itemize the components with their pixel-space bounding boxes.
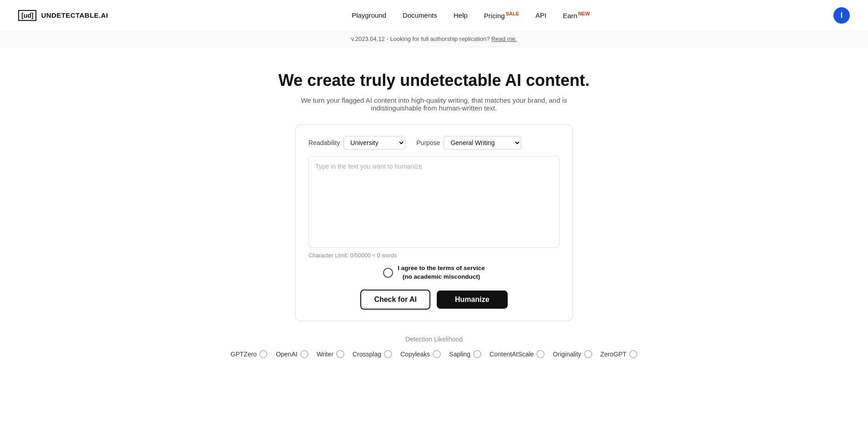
hero-section: We create truly undetectable AI content.… — [0, 47, 868, 125]
terms-text: I agree to the terms of service(no acade… — [398, 264, 484, 281]
new-badge: NEW — [578, 11, 590, 16]
detection-circle — [300, 350, 308, 358]
nav-pricing[interactable]: PricingSALE — [484, 11, 519, 20]
detection-item: Crossplag — [353, 350, 392, 358]
hero-headline: We create truly undetectable AI content. — [9, 71, 859, 90]
nav-earn[interactable]: EarnNEW — [563, 11, 590, 20]
detection-circle — [384, 350, 392, 358]
detection-item: ZeroGPT — [601, 350, 638, 358]
detection-item: OpenAI — [276, 350, 308, 358]
read-me-link[interactable]: Read me. — [491, 35, 517, 42]
detection-label: Writer — [317, 351, 333, 358]
detection-circle — [336, 350, 344, 358]
detection-label: OpenAI — [276, 351, 297, 358]
detection-item: ContentAtScale — [490, 350, 545, 358]
action-row: Check for AI Humanize — [308, 290, 560, 310]
detection-item: Copyleaks — [400, 350, 441, 358]
detection-label: Copyleaks — [400, 351, 430, 358]
nav-help[interactable]: Help — [454, 11, 468, 19]
user-avatar[interactable]: I — [833, 7, 850, 24]
detection-label: Originality — [553, 351, 581, 358]
detection-item: GPTZero — [231, 350, 268, 358]
main-card: Readability High School University Docto… — [295, 125, 573, 321]
detection-circle — [536, 350, 545, 358]
detection-label: GPTZero — [231, 351, 257, 358]
purpose-field: Purpose General Writing Essay Article Ma… — [416, 136, 521, 150]
check-for-ai-button[interactable]: Check for AI — [360, 290, 430, 310]
sale-badge: SALE — [506, 11, 519, 16]
detection-list: GPTZero OpenAI Writer Crossplag Copyleak… — [0, 350, 868, 358]
detection-label: Sapling — [449, 351, 470, 358]
readability-select[interactable]: High School University Doctorate Journal… — [343, 136, 405, 150]
purpose-select[interactable]: General Writing Essay Article Marketing … — [444, 136, 521, 150]
hero-subtext: We turn your flagged AI content into hig… — [279, 96, 589, 112]
logo[interactable]: [ud] UNDETECTABLE.AI — [18, 10, 108, 21]
detection-section: Detection Likelihood GPTZero OpenAI Writ… — [0, 336, 868, 376]
readability-field: Readability High School University Docto… — [308, 136, 405, 150]
detection-circle — [473, 350, 481, 358]
logo-bracket: [ud] — [18, 10, 36, 21]
detection-circle — [629, 350, 637, 358]
version-banner: v.2023.04.12 - Looking for full authorsh… — [0, 31, 868, 47]
main-nav: Playground Documents Help PricingSALE AP… — [352, 11, 590, 20]
detection-circle — [259, 350, 267, 358]
nav-api[interactable]: API — [535, 11, 546, 19]
detection-label: Crossplag — [353, 351, 381, 358]
humanize-textarea[interactable] — [309, 156, 559, 246]
detection-label: ContentAtScale — [490, 351, 534, 358]
char-limit-display: Character Limit: 0/50000 ≈ 0 words — [308, 252, 560, 259]
purpose-label: Purpose — [416, 139, 440, 146]
terms-row: I agree to the terms of service(no acade… — [308, 264, 560, 281]
logo-text: UNDETECTABLE.AI — [41, 11, 108, 19]
nav-playground[interactable]: Playground — [352, 11, 386, 19]
detection-item: Originality — [553, 350, 592, 358]
detection-circle — [584, 350, 592, 358]
nav-documents[interactable]: Documents — [403, 11, 437, 19]
card-options-row: Readability High School University Docto… — [308, 136, 560, 150]
detection-circle — [433, 350, 441, 358]
textarea-wrapper — [308, 156, 560, 248]
readability-label: Readability — [308, 139, 340, 146]
detection-item: Sapling — [449, 350, 481, 358]
terms-radio[interactable] — [383, 268, 393, 278]
detection-title: Detection Likelihood — [0, 336, 868, 343]
humanize-button[interactable]: Humanize — [437, 291, 508, 309]
detection-label: ZeroGPT — [601, 351, 627, 358]
detection-item: Writer — [317, 350, 344, 358]
